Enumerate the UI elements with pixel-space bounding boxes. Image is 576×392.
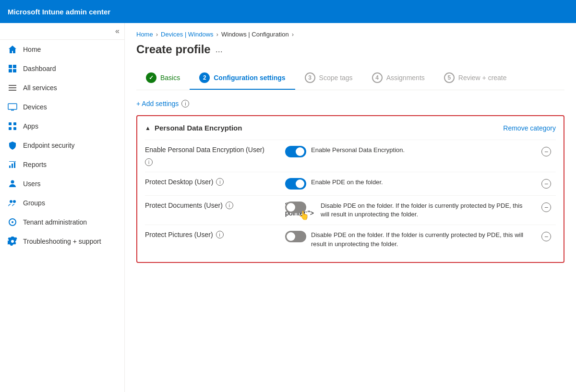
sidebar-label-users: Users [23, 180, 41, 188]
setting-remove-protect-pictures[interactable]: − [537, 231, 556, 241]
minus-circle-documents[interactable]: − [541, 202, 551, 212]
sidebar-item-all-services[interactable]: All services [0, 78, 124, 97]
sidebar-label-reports: Reports [23, 161, 47, 168]
sidebar-item-tenant-administration[interactable]: Tenant administration [0, 213, 124, 232]
sidebar-item-groups[interactable]: Groups [0, 193, 124, 213]
setting-control-protect-documents: ') 0 0, pointer;"> 👆 Disable PDE on the … [285, 202, 531, 219]
sidebar-item-reports[interactable]: Reports [0, 155, 124, 174]
setting-desc-protect-desktop: Enable PDE on the folder. [311, 178, 383, 187]
groups-icon [8, 198, 17, 208]
setting-info-icon-documents[interactable]: i [226, 202, 233, 209]
category-collapse-arrow[interactable]: ▲ [145, 125, 151, 131]
tab-review-create[interactable]: 5 Review + create [434, 68, 516, 90]
svg-rect-16 [9, 161, 16, 162]
add-settings-button[interactable]: + Add settings i [136, 100, 189, 107]
setting-row-enable-pde: Enable Personal Data Encryption (User) i… [145, 140, 556, 172]
breadcrumb-devices-windows[interactable]: Devices | Windows [161, 31, 214, 38]
tab-assignments[interactable]: 4 Assignments [362, 68, 434, 90]
toggle-enable-pde[interactable] [285, 146, 306, 157]
reports-icon [8, 160, 17, 169]
all-services-icon [8, 83, 17, 93]
setting-label-text-enable-pde: Enable Personal Data Encryption (User) [145, 146, 264, 154]
setting-label-protect-documents: Protect Documents (User) i [145, 202, 279, 209]
dashboard-icon [8, 64, 17, 73]
sidebar: « Home Dashboard All services [0, 23, 125, 392]
setting-label-text-protect-documents: Protect Documents (User) [145, 202, 223, 209]
svg-rect-5 [9, 87, 16, 88]
sidebar-item-home[interactable]: Home [0, 40, 124, 59]
step-circle-config: 2 [199, 72, 210, 83]
add-settings-info-icon[interactable]: i [181, 100, 189, 107]
setting-control-enable-pde: Enable Personal Data Encryption. [285, 146, 531, 157]
step-circle-review: 5 [444, 72, 455, 83]
tab-configuration[interactable]: 2 Configuration settings [190, 68, 295, 90]
minus-circle-desktop[interactable]: − [541, 179, 551, 189]
setting-desc-enable-pde: Enable Personal Data Encryption. [311, 146, 405, 154]
category-header: ▲ Personal Data Encryption Remove catego… [145, 124, 556, 132]
endpoint-icon [8, 141, 17, 150]
svg-rect-10 [13, 122, 16, 125]
breadcrumb-sep-2: › [216, 31, 218, 38]
svg-rect-13 [9, 166, 11, 168]
setting-label-protect-desktop: Protect Desktop (User) i [145, 178, 279, 186]
category-title: Personal Data Encryption [155, 124, 242, 132]
sidebar-collapse-btn[interactable]: « [0, 23, 124, 40]
breadcrumb-home[interactable]: Home [136, 31, 153, 38]
minus-circle-pictures[interactable]: − [541, 232, 551, 241]
svg-rect-11 [9, 127, 12, 130]
tab-scope-tags[interactable]: 3 Scope tags [295, 68, 362, 90]
sidebar-item-troubleshooting[interactable]: Troubleshooting + support [0, 232, 124, 251]
step-label-review: Review + create [458, 74, 507, 82]
setting-label-enable-pde: Enable Personal Data Encryption (User) i [145, 146, 279, 166]
troubleshooting-icon [8, 237, 17, 246]
breadcrumb-sep-3: › [292, 31, 294, 38]
page-ellipsis-menu[interactable]: ... [216, 45, 223, 55]
sidebar-item-dashboard[interactable]: Dashboard [0, 59, 124, 78]
toggle-protect-pictures[interactable] [285, 231, 306, 242]
sidebar-label-endpoint: Endpoint security [23, 142, 74, 149]
setting-info-icon-pictures[interactable]: i [216, 231, 224, 238]
sidebar-label-home: Home [23, 46, 41, 53]
svg-rect-2 [9, 69, 12, 72]
sidebar-label-devices: Devices [23, 103, 47, 111]
tab-basics[interactable]: ✓ Basics [136, 68, 190, 90]
sidebar-item-apps[interactable]: Apps [0, 117, 124, 136]
setting-remove-protect-desktop[interactable]: − [537, 178, 556, 189]
step-label-config: Configuration settings [214, 74, 285, 82]
sidebar-item-devices[interactable]: Devices [0, 97, 124, 117]
wizard-steps: ✓ Basics 2 Configuration settings 3 Scop… [136, 68, 564, 90]
collapse-icon[interactable]: « [115, 27, 120, 36]
svg-rect-7 [8, 104, 17, 109]
sidebar-label-dashboard: Dashboard [23, 65, 56, 72]
setting-info-icon-enable-pde[interactable]: i [145, 158, 153, 166]
svg-rect-1 [13, 65, 16, 68]
minus-circle-enable-pde[interactable]: − [541, 147, 551, 156]
setting-info-icon-desktop[interactable]: i [216, 178, 224, 186]
remove-category-button[interactable]: Remove category [503, 124, 556, 132]
sidebar-item-users[interactable]: Users [0, 174, 124, 193]
page-title-row: Create profile ... [136, 43, 564, 56]
svg-rect-12 [13, 127, 16, 130]
breadcrumb: Home › Devices | Windows › Windows | Con… [136, 31, 564, 38]
apps-icon [8, 121, 17, 131]
svg-rect-4 [9, 85, 16, 86]
svg-point-20 [12, 221, 13, 223]
users-icon [8, 179, 17, 189]
svg-rect-8 [11, 110, 14, 111]
breadcrumb-windows-config[interactable]: Windows | Configuration [221, 31, 289, 38]
toggle-protect-desktop[interactable] [285, 178, 306, 190]
setting-remove-enable-pde[interactable]: − [537, 146, 556, 156]
step-label-assignments: Assignments [386, 74, 425, 82]
setting-remove-protect-documents[interactable]: − [537, 202, 556, 212]
toggle-protect-documents[interactable]: ') 0 0, pointer;"> [285, 202, 306, 213]
tenant-icon [8, 217, 17, 227]
setting-label-text-protect-desktop: Protect Desktop (User) [145, 178, 213, 186]
svg-point-17 [11, 180, 14, 184]
sidebar-item-endpoint-security[interactable]: Endpoint security [0, 136, 124, 155]
setting-row-protect-desktop: Protect Desktop (User) i Enable PDE on t… [145, 172, 556, 195]
category-box: ▲ Personal Data Encryption Remove catego… [136, 115, 564, 263]
step-circle-assignments: 4 [372, 72, 383, 83]
svg-rect-9 [9, 122, 12, 125]
add-settings-label[interactable]: + Add settings [136, 100, 179, 107]
topbar-title: Microsoft Intune admin center [8, 8, 110, 16]
